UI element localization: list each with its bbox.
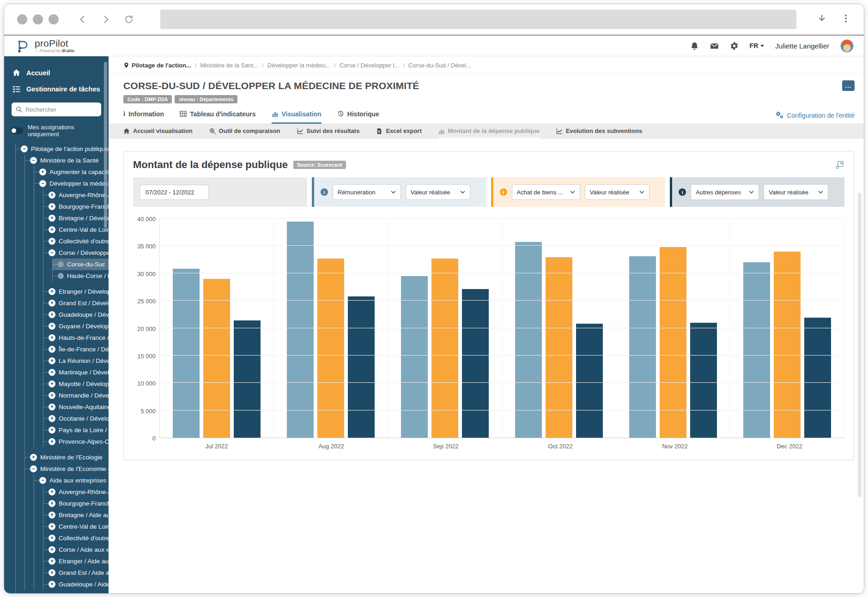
tree-item-haute-corse-de[interactable]: Haute-Corse / Dé... (53, 270, 109, 282)
tab-visualisation[interactable]: Visualisation (272, 110, 322, 124)
plus-circle-icon[interactable]: + (49, 311, 55, 318)
breadcrumb-item[interactable]: Corse-du-Sud / Dével... (408, 62, 471, 69)
tab-information[interactable]: iInformation (123, 110, 164, 124)
plus-circle-icon[interactable]: + (49, 300, 55, 307)
tree-item-bretagne-aide-aux[interactable]: +Bretagne / Aide aux ... (43, 509, 109, 521)
plus-circle-icon[interactable]: + (49, 427, 55, 434)
plus-circle-icon[interactable]: + (49, 215, 55, 222)
plus-circle-icon[interactable]: + (49, 438, 55, 445)
tree-item-corse-du-sud-d[interactable]: Corse-du-Sud / D... (53, 259, 109, 270)
minus-circle-icon[interactable]: − (39, 477, 46, 484)
plus-circle-icon[interactable]: + (49, 346, 55, 353)
messages-envelope-icon[interactable] (710, 42, 719, 50)
breadcrumb-item[interactable]: Ministère de la Sant... (200, 62, 258, 69)
tree-item-auvergne-rhone-alp[interactable]: +Auvergne-Rhône-Alp... (43, 486, 109, 498)
plus-circle-icon[interactable]: + (49, 546, 55, 553)
tree-item-etranger-developp[interactable]: +Etranger / Développ... (43, 286, 109, 297)
subnav-item-excel-export[interactable]: Excel export (376, 124, 421, 139)
sidebar-scrollbar[interactable] (104, 62, 107, 228)
sidebar-item-accueil[interactable]: Accueil (4, 65, 109, 81)
tab-tableau-d-indicateurs[interactable]: Tableau d'indicateurs (180, 110, 255, 124)
tree-item-occitanie-developp[interactable]: +Occitanie / Développ... (43, 413, 109, 424)
plus-circle-icon[interactable]: + (49, 535, 55, 542)
subnav-item-suivi-des-resultats[interactable]: Suivi des résultats (297, 124, 360, 139)
plus-circle-icon[interactable]: + (49, 488, 55, 495)
plus-circle-icon[interactable]: + (30, 454, 37, 461)
tree-item-bourgogne-franche[interactable]: +Bourgogne-Franche-... (43, 498, 109, 509)
language-selector[interactable]: FR (750, 42, 765, 49)
tree-item-nouvelle-aquitaine[interactable]: +Nouvelle-Aquitaine /... (43, 401, 109, 413)
tree-item-developper-la-medecin[interactable]: −Développer la médecin... (34, 178, 109, 189)
tree-item-ministere-de-l-ecologie[interactable]: +Ministère de l'Ecologie (25, 452, 109, 463)
main-scrollbar[interactable] (858, 193, 862, 497)
settings-gear-icon[interactable] (730, 42, 739, 50)
minus-circle-icon[interactable]: − (30, 465, 37, 472)
breadcrumb-item[interactable]: Développer la médeci... (267, 62, 331, 69)
address-bar[interactable] (160, 10, 796, 29)
plus-circle-icon[interactable]: + (49, 192, 55, 199)
back-icon[interactable] (77, 14, 88, 25)
tree-item-centre-val-de-loire[interactable]: +Centre-Val de Loire /... (43, 521, 109, 532)
indicator-select[interactable]: Rémunération (333, 184, 401, 200)
tree-item-pays-de-la-loire-de[interactable]: +Pays de la Loire / Dé... (43, 424, 109, 436)
tree-item-hauts-de-france-d[interactable]: +Hauts-de-France / D... (43, 332, 109, 344)
breadcrumb-item[interactable]: Corse / Développer l... (340, 62, 399, 69)
plus-circle-icon[interactable]: + (49, 357, 55, 364)
plus-circle-icon[interactable]: + (49, 203, 55, 210)
tree-item-auvergne-rhone-alp[interactable]: +Auvergne-Rhône-Alp... (43, 189, 109, 201)
tree-item-la-reunion-develo[interactable]: +La Réunion / Dévelo... (43, 355, 109, 367)
plus-circle-icon[interactable]: + (49, 369, 55, 376)
tree-item-grand-est-aide-aux[interactable]: +Grand Est / Aide aux ... (43, 567, 109, 579)
propilot-logo[interactable]: proPilot — Powered by dFakto (14, 37, 74, 54)
notifications-bell-icon[interactable] (690, 42, 699, 50)
tree-item-normandie-develo[interactable]: +Normandie / Dévelo... (43, 390, 109, 401)
tree-item-provence-alpes-cote[interactable]: +Provence-Alpes-Côte... (43, 436, 109, 447)
avatar[interactable] (840, 39, 854, 53)
plus-circle-icon[interactable]: + (49, 404, 55, 410)
subnav-item-montant-de-la-depense-publique[interactable]: Montant de la dépense publique (438, 124, 540, 139)
minus-circle-icon[interactable]: − (39, 180, 46, 187)
forward-icon[interactable] (100, 14, 111, 25)
tree-item-corse-developper-l[interactable]: −Corse / Développer l... (43, 247, 109, 259)
entity-configuration-link[interactable]: Configuration de l'entité (776, 111, 855, 124)
assignments-toggle[interactable] (11, 127, 23, 134)
tree-item-bretagne-developp[interactable]: +Bretagne / Développ... (43, 212, 109, 224)
window-dot[interactable] (33, 14, 43, 24)
download-icon[interactable] (817, 13, 827, 25)
tree-item-guadeloupe-aide-a[interactable]: +Guadeloupe / Aide a... (43, 579, 109, 590)
plus-circle-icon[interactable]: + (49, 334, 55, 341)
browser-menu-icon[interactable] (841, 13, 851, 25)
plus-circle-icon[interactable]: + (49, 558, 55, 565)
tree-item-guyane-developpe[interactable]: +Guyane / Développe... (43, 320, 109, 332)
window-controls[interactable] (17, 14, 59, 24)
indicator-select[interactable]: Achat de biens ... (512, 184, 580, 200)
plus-circle-icon[interactable]: + (49, 523, 55, 530)
tree-item-centre-val-de-loire[interactable]: +Centre-Val de Loire /... (43, 224, 109, 235)
minus-circle-icon[interactable]: − (30, 157, 37, 164)
search-input[interactable] (12, 103, 101, 116)
indicator-select[interactable]: Autres dépenses (691, 184, 759, 200)
tree-item-collectivite-d-outre[interactable]: +Collectivité d'outre-... (43, 532, 109, 544)
minus-circle-icon[interactable]: − (49, 249, 55, 256)
tree-item-ministere-de-la-sante[interactable]: −Ministère de la Santé (25, 155, 109, 166)
tree-item-martinique-develo[interactable]: +Martinique / Dévelo... (43, 367, 109, 378)
tree-item-etranger-aide-aux-e[interactable]: +Etranger / Aide aux e... (43, 555, 109, 567)
window-dot[interactable] (49, 14, 59, 24)
value-type-select[interactable]: Valeur réalisée (764, 184, 828, 200)
tree-item-ministere-de-l-economie-et[interactable]: −Ministère de l'Economie et... (25, 463, 109, 475)
plus-circle-icon[interactable]: + (49, 288, 55, 295)
tree-item-bourgogne-franche[interactable]: +Bourgogne-Franche-... (43, 201, 109, 212)
value-type-select[interactable]: Valeur réalisée (406, 184, 470, 200)
date-range-input[interactable] (140, 185, 209, 200)
tree-item-ile-de-france-devel[interactable]: +Île-de-France / Dével... (43, 344, 109, 355)
tree-item-guadeloupe-devel[interactable]: +Guadeloupe / Dével... (43, 309, 109, 320)
more-actions-button[interactable]: ... (842, 80, 855, 91)
value-type-select[interactable]: Valeur réalisée (585, 184, 649, 200)
window-dot[interactable] (17, 14, 27, 24)
breadcrumb-item[interactable]: Pilotage de l'action... (123, 62, 191, 69)
subnav-item-outil-de-comparaison[interactable]: Outil de comparaison (209, 124, 280, 139)
plus-circle-icon[interactable]: + (49, 500, 55, 507)
plus-circle-icon[interactable]: + (39, 169, 46, 175)
tree-item-mayotte-developp[interactable]: +Mayotte / Développ... (43, 378, 109, 390)
tree-item-grand-est-develop[interactable]: +Grand Est / Dévelop... (43, 297, 109, 309)
